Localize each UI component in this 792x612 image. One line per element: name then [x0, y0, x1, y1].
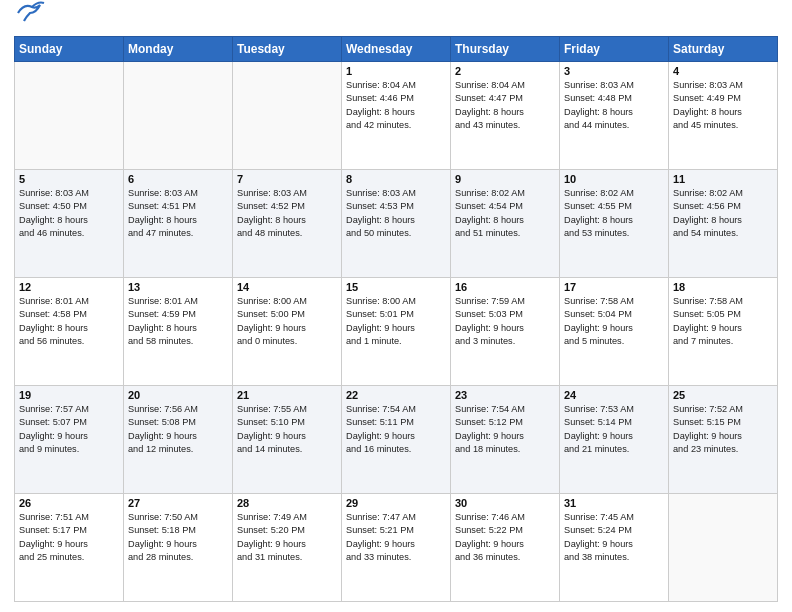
- calendar-cell: 12Sunrise: 8:01 AM Sunset: 4:58 PM Dayli…: [15, 278, 124, 386]
- calendar-cell: 9Sunrise: 8:02 AM Sunset: 4:54 PM Daylig…: [451, 170, 560, 278]
- day-number: 11: [673, 173, 773, 185]
- calendar-cell: 5Sunrise: 8:03 AM Sunset: 4:50 PM Daylig…: [15, 170, 124, 278]
- calendar-cell: [124, 62, 233, 170]
- day-number: 2: [455, 65, 555, 77]
- day-info: Sunrise: 7:57 AM Sunset: 5:07 PM Dayligh…: [19, 403, 119, 456]
- calendar-cell: 11Sunrise: 8:02 AM Sunset: 4:56 PM Dayli…: [669, 170, 778, 278]
- day-info: Sunrise: 7:50 AM Sunset: 5:18 PM Dayligh…: [128, 511, 228, 564]
- calendar-cell: 28Sunrise: 7:49 AM Sunset: 5:20 PM Dayli…: [233, 494, 342, 602]
- calendar-table: SundayMondayTuesdayWednesdayThursdayFrid…: [14, 36, 778, 602]
- day-info: Sunrise: 7:58 AM Sunset: 5:05 PM Dayligh…: [673, 295, 773, 348]
- day-number: 13: [128, 281, 228, 293]
- day-number: 15: [346, 281, 446, 293]
- day-number: 22: [346, 389, 446, 401]
- calendar-cell: 8Sunrise: 8:03 AM Sunset: 4:53 PM Daylig…: [342, 170, 451, 278]
- calendar-cell: [15, 62, 124, 170]
- weekday-header-thursday: Thursday: [451, 37, 560, 62]
- day-number: 23: [455, 389, 555, 401]
- calendar-week-row: 19Sunrise: 7:57 AM Sunset: 5:07 PM Dayli…: [15, 386, 778, 494]
- day-info: Sunrise: 7:59 AM Sunset: 5:03 PM Dayligh…: [455, 295, 555, 348]
- day-info: Sunrise: 7:55 AM Sunset: 5:10 PM Dayligh…: [237, 403, 337, 456]
- calendar-cell: 2Sunrise: 8:04 AM Sunset: 4:47 PM Daylig…: [451, 62, 560, 170]
- calendar-cell: 21Sunrise: 7:55 AM Sunset: 5:10 PM Dayli…: [233, 386, 342, 494]
- day-number: 19: [19, 389, 119, 401]
- calendar-cell: 10Sunrise: 8:02 AM Sunset: 4:55 PM Dayli…: [560, 170, 669, 278]
- day-info: Sunrise: 7:54 AM Sunset: 5:11 PM Dayligh…: [346, 403, 446, 456]
- day-info: Sunrise: 7:46 AM Sunset: 5:22 PM Dayligh…: [455, 511, 555, 564]
- calendar-cell: 24Sunrise: 7:53 AM Sunset: 5:14 PM Dayli…: [560, 386, 669, 494]
- day-info: Sunrise: 8:03 AM Sunset: 4:51 PM Dayligh…: [128, 187, 228, 240]
- header: [14, 10, 778, 30]
- calendar-cell: 27Sunrise: 7:50 AM Sunset: 5:18 PM Dayli…: [124, 494, 233, 602]
- day-info: Sunrise: 7:47 AM Sunset: 5:21 PM Dayligh…: [346, 511, 446, 564]
- day-number: 1: [346, 65, 446, 77]
- calendar-cell: 29Sunrise: 7:47 AM Sunset: 5:21 PM Dayli…: [342, 494, 451, 602]
- calendar-cell: 18Sunrise: 7:58 AM Sunset: 5:05 PM Dayli…: [669, 278, 778, 386]
- calendar-week-row: 5Sunrise: 8:03 AM Sunset: 4:50 PM Daylig…: [15, 170, 778, 278]
- calendar-week-row: 1Sunrise: 8:04 AM Sunset: 4:46 PM Daylig…: [15, 62, 778, 170]
- day-info: Sunrise: 8:02 AM Sunset: 4:56 PM Dayligh…: [673, 187, 773, 240]
- weekday-header-sunday: Sunday: [15, 37, 124, 62]
- day-number: 27: [128, 497, 228, 509]
- day-number: 16: [455, 281, 555, 293]
- day-number: 31: [564, 497, 664, 509]
- day-info: Sunrise: 8:03 AM Sunset: 4:50 PM Dayligh…: [19, 187, 119, 240]
- day-number: 12: [19, 281, 119, 293]
- logo: [14, 10, 46, 30]
- calendar-cell: 25Sunrise: 7:52 AM Sunset: 5:15 PM Dayli…: [669, 386, 778, 494]
- day-info: Sunrise: 8:02 AM Sunset: 4:54 PM Dayligh…: [455, 187, 555, 240]
- day-info: Sunrise: 7:53 AM Sunset: 5:14 PM Dayligh…: [564, 403, 664, 456]
- day-info: Sunrise: 7:51 AM Sunset: 5:17 PM Dayligh…: [19, 511, 119, 564]
- day-info: Sunrise: 7:45 AM Sunset: 5:24 PM Dayligh…: [564, 511, 664, 564]
- day-number: 6: [128, 173, 228, 185]
- day-info: Sunrise: 7:52 AM Sunset: 5:15 PM Dayligh…: [673, 403, 773, 456]
- day-number: 9: [455, 173, 555, 185]
- day-info: Sunrise: 8:03 AM Sunset: 4:48 PM Dayligh…: [564, 79, 664, 132]
- calendar-cell: 3Sunrise: 8:03 AM Sunset: 4:48 PM Daylig…: [560, 62, 669, 170]
- day-number: 18: [673, 281, 773, 293]
- day-number: 17: [564, 281, 664, 293]
- calendar-cell: 26Sunrise: 7:51 AM Sunset: 5:17 PM Dayli…: [15, 494, 124, 602]
- day-number: 5: [19, 173, 119, 185]
- day-info: Sunrise: 8:02 AM Sunset: 4:55 PM Dayligh…: [564, 187, 664, 240]
- day-info: Sunrise: 8:03 AM Sunset: 4:52 PM Dayligh…: [237, 187, 337, 240]
- calendar-cell: 1Sunrise: 8:04 AM Sunset: 4:46 PM Daylig…: [342, 62, 451, 170]
- day-number: 7: [237, 173, 337, 185]
- day-number: 28: [237, 497, 337, 509]
- calendar-cell: 19Sunrise: 7:57 AM Sunset: 5:07 PM Dayli…: [15, 386, 124, 494]
- day-info: Sunrise: 8:01 AM Sunset: 4:58 PM Dayligh…: [19, 295, 119, 348]
- weekday-header-row: SundayMondayTuesdayWednesdayThursdayFrid…: [15, 37, 778, 62]
- day-number: 25: [673, 389, 773, 401]
- day-info: Sunrise: 8:04 AM Sunset: 4:47 PM Dayligh…: [455, 79, 555, 132]
- day-number: 24: [564, 389, 664, 401]
- day-number: 30: [455, 497, 555, 509]
- day-info: Sunrise: 8:03 AM Sunset: 4:53 PM Dayligh…: [346, 187, 446, 240]
- day-info: Sunrise: 7:49 AM Sunset: 5:20 PM Dayligh…: [237, 511, 337, 564]
- calendar-cell: 17Sunrise: 7:58 AM Sunset: 5:04 PM Dayli…: [560, 278, 669, 386]
- calendar-cell: 31Sunrise: 7:45 AM Sunset: 5:24 PM Dayli…: [560, 494, 669, 602]
- calendar-cell: 6Sunrise: 8:03 AM Sunset: 4:51 PM Daylig…: [124, 170, 233, 278]
- weekday-header-friday: Friday: [560, 37, 669, 62]
- weekday-header-saturday: Saturday: [669, 37, 778, 62]
- day-number: 20: [128, 389, 228, 401]
- day-number: 21: [237, 389, 337, 401]
- page: SundayMondayTuesdayWednesdayThursdayFrid…: [0, 0, 792, 612]
- day-number: 4: [673, 65, 773, 77]
- calendar-cell: 13Sunrise: 8:01 AM Sunset: 4:59 PM Dayli…: [124, 278, 233, 386]
- calendar-cell: 16Sunrise: 7:59 AM Sunset: 5:03 PM Dayli…: [451, 278, 560, 386]
- day-number: 8: [346, 173, 446, 185]
- calendar-cell: [233, 62, 342, 170]
- calendar-cell: 14Sunrise: 8:00 AM Sunset: 5:00 PM Dayli…: [233, 278, 342, 386]
- weekday-header-tuesday: Tuesday: [233, 37, 342, 62]
- day-info: Sunrise: 8:03 AM Sunset: 4:49 PM Dayligh…: [673, 79, 773, 132]
- calendar-cell: 22Sunrise: 7:54 AM Sunset: 5:11 PM Dayli…: [342, 386, 451, 494]
- day-info: Sunrise: 8:01 AM Sunset: 4:59 PM Dayligh…: [128, 295, 228, 348]
- calendar-cell: 4Sunrise: 8:03 AM Sunset: 4:49 PM Daylig…: [669, 62, 778, 170]
- calendar-week-row: 26Sunrise: 7:51 AM Sunset: 5:17 PM Dayli…: [15, 494, 778, 602]
- day-info: Sunrise: 7:58 AM Sunset: 5:04 PM Dayligh…: [564, 295, 664, 348]
- calendar-cell: 15Sunrise: 8:00 AM Sunset: 5:01 PM Dayli…: [342, 278, 451, 386]
- calendar-cell: 23Sunrise: 7:54 AM Sunset: 5:12 PM Dayli…: [451, 386, 560, 494]
- calendar-week-row: 12Sunrise: 8:01 AM Sunset: 4:58 PM Dayli…: [15, 278, 778, 386]
- day-info: Sunrise: 7:56 AM Sunset: 5:08 PM Dayligh…: [128, 403, 228, 456]
- logo-bird-icon: [16, 0, 46, 27]
